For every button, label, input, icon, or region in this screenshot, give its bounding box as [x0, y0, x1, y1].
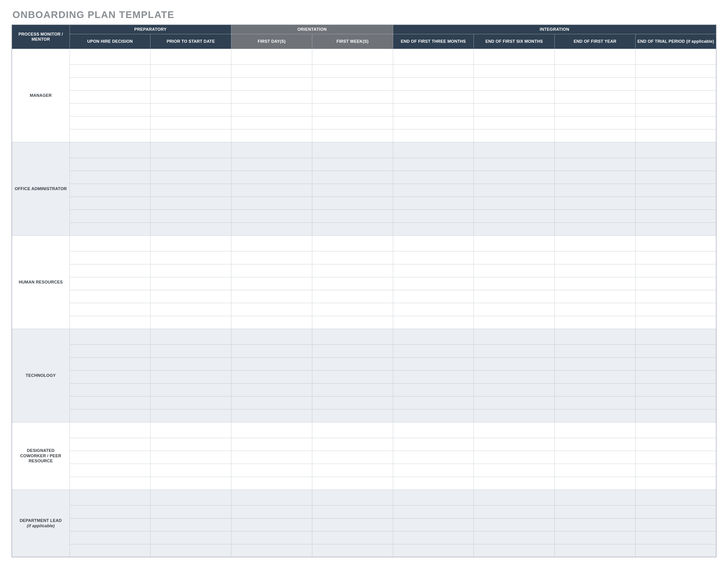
data-cell[interactable] — [555, 184, 635, 196]
data-cell[interactable] — [635, 438, 716, 451]
data-cell[interactable] — [70, 222, 151, 235]
data-cell[interactable] — [474, 129, 555, 142]
data-cell[interactable] — [635, 264, 716, 277]
data-cell[interactable] — [474, 116, 555, 129]
data-cell[interactable] — [555, 171, 635, 184]
data-cell[interactable] — [474, 544, 555, 557]
data-cell[interactable] — [635, 505, 716, 518]
data-cell[interactable] — [555, 370, 635, 383]
data-cell[interactable] — [70, 77, 151, 90]
data-cell[interactable] — [635, 222, 716, 235]
data-cell[interactable] — [231, 477, 312, 489]
data-cell[interactable] — [474, 235, 555, 251]
data-cell[interactable] — [474, 210, 555, 222]
data-cell[interactable] — [393, 222, 474, 235]
data-cell[interactable] — [555, 303, 635, 316]
data-cell[interactable] — [312, 489, 393, 505]
data-cell[interactable] — [151, 464, 231, 477]
data-cell[interactable] — [393, 438, 474, 451]
data-cell[interactable] — [635, 171, 716, 184]
data-cell[interactable] — [70, 103, 151, 116]
data-cell[interactable] — [635, 370, 716, 383]
data-cell[interactable] — [151, 210, 231, 222]
data-cell[interactable] — [70, 489, 151, 505]
data-cell[interactable] — [474, 451, 555, 464]
data-cell[interactable] — [393, 464, 474, 477]
data-cell[interactable] — [151, 264, 231, 277]
data-cell[interactable] — [312, 158, 393, 171]
data-cell[interactable] — [70, 544, 151, 557]
data-cell[interactable] — [231, 277, 312, 290]
data-cell[interactable] — [635, 464, 716, 477]
data-cell[interactable] — [474, 142, 555, 158]
data-cell[interactable] — [151, 316, 231, 329]
data-cell[interactable] — [635, 196, 716, 210]
data-cell[interactable] — [474, 251, 555, 264]
data-cell[interactable] — [312, 531, 393, 544]
data-cell[interactable] — [474, 531, 555, 544]
data-cell[interactable] — [70, 158, 151, 171]
data-cell[interactable] — [555, 142, 635, 158]
data-cell[interactable] — [151, 344, 231, 357]
data-cell[interactable] — [312, 235, 393, 251]
data-cell[interactable] — [635, 77, 716, 90]
data-cell[interactable] — [474, 64, 555, 77]
data-cell[interactable] — [231, 90, 312, 103]
data-cell[interactable] — [393, 531, 474, 544]
data-cell[interactable] — [231, 344, 312, 357]
data-cell[interactable] — [393, 103, 474, 116]
data-cell[interactable] — [312, 222, 393, 235]
data-cell[interactable] — [312, 370, 393, 383]
data-cell[interactable] — [231, 210, 312, 222]
data-cell[interactable] — [393, 90, 474, 103]
data-cell[interactable] — [312, 210, 393, 222]
data-cell[interactable] — [474, 518, 555, 531]
data-cell[interactable] — [555, 290, 635, 303]
data-cell[interactable] — [70, 357, 151, 370]
data-cell[interactable] — [635, 49, 716, 64]
data-cell[interactable] — [231, 171, 312, 184]
data-cell[interactable] — [70, 251, 151, 264]
data-cell[interactable] — [474, 505, 555, 518]
data-cell[interactable] — [151, 251, 231, 264]
data-cell[interactable] — [70, 464, 151, 477]
data-cell[interactable] — [393, 409, 474, 422]
data-cell[interactable] — [555, 158, 635, 171]
data-cell[interactable] — [312, 477, 393, 489]
data-cell[interactable] — [555, 77, 635, 90]
data-cell[interactable] — [555, 316, 635, 329]
data-cell[interactable] — [312, 451, 393, 464]
data-cell[interactable] — [635, 451, 716, 464]
data-cell[interactable] — [635, 477, 716, 489]
data-cell[interactable] — [312, 64, 393, 77]
data-cell[interactable] — [312, 316, 393, 329]
data-cell[interactable] — [555, 422, 635, 438]
data-cell[interactable] — [393, 251, 474, 264]
data-cell[interactable] — [151, 171, 231, 184]
data-cell[interactable] — [151, 64, 231, 77]
data-cell[interactable] — [555, 222, 635, 235]
data-cell[interactable] — [555, 477, 635, 489]
data-cell[interactable] — [555, 531, 635, 544]
data-cell[interactable] — [312, 116, 393, 129]
data-cell[interactable] — [151, 477, 231, 489]
data-cell[interactable] — [555, 49, 635, 64]
data-cell[interactable] — [231, 158, 312, 171]
data-cell[interactable] — [70, 438, 151, 451]
data-cell[interactable] — [231, 251, 312, 264]
data-cell[interactable] — [393, 477, 474, 489]
data-cell[interactable] — [231, 438, 312, 451]
data-cell[interactable] — [312, 438, 393, 451]
data-cell[interactable] — [312, 357, 393, 370]
data-cell[interactable] — [555, 357, 635, 370]
data-cell[interactable] — [635, 518, 716, 531]
data-cell[interactable] — [474, 196, 555, 210]
data-cell[interactable] — [151, 303, 231, 316]
data-cell[interactable] — [474, 489, 555, 505]
data-cell[interactable] — [393, 64, 474, 77]
data-cell[interactable] — [231, 235, 312, 251]
data-cell[interactable] — [635, 251, 716, 264]
data-cell[interactable] — [393, 290, 474, 303]
data-cell[interactable] — [635, 489, 716, 505]
data-cell[interactable] — [70, 196, 151, 210]
